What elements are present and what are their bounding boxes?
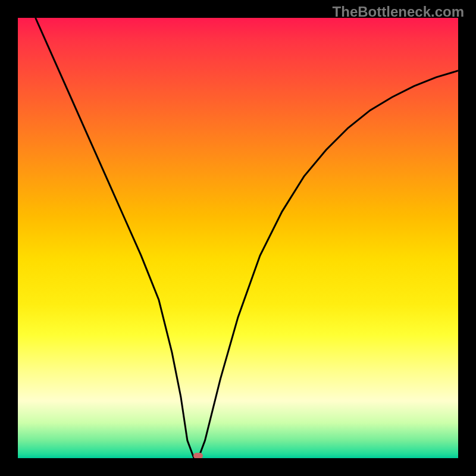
bottleneck-curve	[18, 18, 458, 458]
minimum-marker	[193, 453, 203, 458]
plot-area	[18, 18, 458, 458]
watermark-text: TheBottleneck.com	[333, 4, 464, 20]
